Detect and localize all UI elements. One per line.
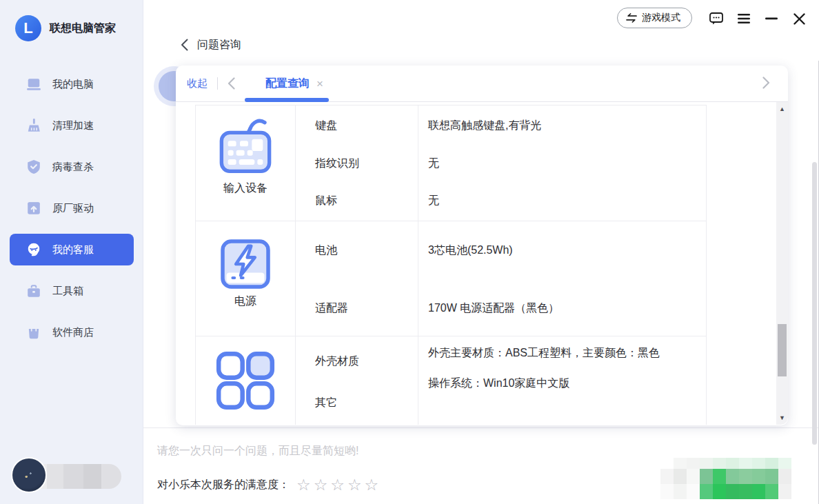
user-avatar[interactable]: [12, 458, 46, 492]
panel-tabbar: 收起 配置查询 ×: [176, 65, 788, 102]
sidebar-item-label: 我的客服: [52, 243, 94, 256]
censored-pixel: [726, 458, 739, 469]
censored-pixel: [674, 469, 687, 484]
category-label: 输入设备: [223, 181, 267, 196]
swap-arrows-icon: [626, 13, 637, 23]
table-row-power: 电源 电池 适配器 3芯电池(52.5Wh) 170W 电源适配器（黑色）: [196, 221, 706, 336]
titlebar: 游戏模式: [143, 0, 819, 36]
collapse-link[interactable]: 收起: [187, 77, 208, 90]
tab-label: 配置查询: [265, 77, 310, 91]
censored-pixel: [726, 469, 739, 484]
game-mode-label: 游戏模式: [642, 12, 680, 24]
sidebar-item-toolbox[interactable]: 工具箱: [0, 270, 143, 312]
power-icon: [215, 234, 276, 294]
sidebar-item-label: 软件商店: [52, 326, 94, 339]
censored-block: [660, 458, 791, 499]
star-rating-3[interactable]: ☆: [330, 477, 345, 493]
panel-scrollbar[interactable]: ▲ ▼: [776, 102, 788, 425]
spec-values: 联想高触感键盘,有背光 无 无: [418, 105, 706, 221]
spec-label: 其它: [315, 394, 418, 411]
clean-icon: [26, 118, 41, 133]
chat-scrollbar-thumb[interactable]: [812, 162, 817, 445]
sidebar-item-my-computer[interactable]: 我的电脑: [0, 63, 143, 105]
app-logo-icon: L: [15, 15, 41, 41]
spec-labels: 键盘 指纹识别 鼠标: [296, 105, 418, 221]
user-account-row[interactable]: [0, 458, 143, 494]
spec-labels: 外壳材质 其它: [296, 336, 418, 425]
app-title: 联想电脑管家: [50, 21, 116, 36]
censored-pixel: [713, 458, 726, 469]
censored-pixel: [674, 458, 687, 469]
panel-scrollbar-thumb[interactable]: [778, 324, 787, 376]
spec-value: 外壳主要材质：ABS工程塑料，主要颜色：黑色: [428, 343, 671, 363]
censored-pixel: [687, 484, 700, 499]
tab-config-query[interactable]: 配置查询 ×: [265, 77, 323, 91]
tab-scroll-left-icon[interactable]: [228, 77, 235, 90]
game-mode-button[interactable]: 游戏模式: [617, 8, 692, 28]
censored-pixel: [674, 484, 687, 499]
spec-label: 电池: [315, 242, 418, 259]
sidebar-item-oem-drivers[interactable]: 原厂驱动: [0, 188, 143, 229]
scroll-down-arrow-icon[interactable]: ▼: [776, 412, 788, 423]
driver-icon: [26, 201, 41, 216]
hamburger-icon[interactable]: [735, 10, 753, 28]
sidebar-item-virus-scan[interactable]: 病毒查杀: [0, 146, 143, 188]
censored-pixel: [700, 458, 713, 469]
sidebar-item-label: 工具箱: [52, 285, 83, 298]
censored-pixel: [765, 469, 778, 484]
censored-pixel: [713, 484, 726, 499]
tab-scroll-right-icon[interactable]: [762, 77, 770, 89]
tabbar-divider: [217, 77, 218, 90]
sidebar-item-my-service[interactable]: 我的客服: [10, 234, 134, 265]
grid-icon: [214, 349, 277, 412]
category-label: 电源: [234, 294, 256, 309]
censored-pixel: [752, 484, 765, 499]
table-row-input-devices: 输入设备 键盘 指纹识别 鼠标 联想高触感键盘,有背光 无 无: [196, 105, 706, 221]
spec-value: 170W 电源适配器（黑色）: [428, 300, 706, 316]
satisfaction-row: 对小乐本次服务的满意度： ☆ ☆ ☆ ☆ ☆: [157, 477, 378, 493]
censored-pixel: [778, 458, 791, 469]
chat-input-placeholder[interactable]: 请您一次只问一个问题，而且尽量简短哟!: [157, 444, 358, 458]
star-rating-2[interactable]: ☆: [314, 477, 328, 493]
censored-pixel: [778, 469, 791, 484]
minimize-icon[interactable]: [762, 10, 780, 28]
spec-label: 鼠标: [315, 192, 418, 209]
service-icon: [26, 242, 41, 257]
sidebar-item-label: 清理加速: [52, 119, 94, 132]
spec-label: 键盘: [315, 117, 418, 134]
sidebar: L 联想电脑管家 我的电脑 清理加速 病毒查杀 原厂驱动: [0, 0, 143, 504]
tab-close-icon[interactable]: ×: [316, 78, 323, 90]
spec-value: 无: [428, 155, 706, 172]
satisfaction-label: 对小乐本次服务的满意度：: [157, 478, 290, 492]
censored-pixel: [700, 484, 713, 499]
spec-values: 3芯电池(52.5Wh) 170W 电源适配器（黑色）: [418, 221, 706, 336]
censored-pixel: [739, 484, 752, 499]
star-rating-1[interactable]: ☆: [296, 477, 311, 493]
app-logo-row: L 联想电脑管家: [0, 0, 143, 41]
sidebar-item-software-store[interactable]: 软件商店: [0, 312, 143, 353]
spec-value: 3芯电池(52.5Wh): [428, 242, 706, 259]
censored-pixel: [687, 469, 700, 484]
main-area: 游戏模式 问题咨询 收起 配置查询: [143, 0, 819, 504]
spec-label: 适配器: [315, 300, 418, 316]
category-cell: 输入设备: [196, 105, 296, 221]
censored-pixel: [752, 469, 765, 484]
sidebar-item-label: 病毒查杀: [52, 161, 94, 174]
scroll-up-arrow-icon[interactable]: ▲: [776, 103, 788, 114]
star-rating-4[interactable]: ☆: [347, 477, 362, 493]
close-icon[interactable]: [790, 10, 808, 28]
sidebar-item-clean-boost[interactable]: 清理加速: [0, 105, 143, 146]
chat-bubble-icon[interactable]: [707, 10, 725, 28]
star-rating-5[interactable]: ☆: [365, 477, 379, 493]
config-query-panel: 收起 配置查询 ×: [176, 65, 788, 425]
spec-labels: 电池 适配器: [296, 221, 418, 336]
category-cell: 电源: [196, 221, 296, 336]
spec-value: 无: [428, 192, 706, 209]
censored-pixel: [713, 469, 726, 484]
footer-divider: [143, 427, 819, 428]
shield-icon: [26, 159, 41, 174]
back-chevron-icon[interactable]: [181, 39, 188, 51]
spec-label: 外壳材质: [315, 353, 418, 370]
censored-pixel: [739, 458, 752, 469]
keyboard-icon: [216, 115, 275, 181]
